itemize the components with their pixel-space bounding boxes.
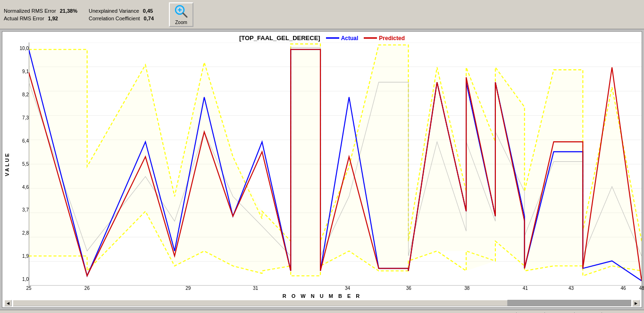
x-tick: 46 [620, 286, 626, 291]
x-tick: 26 [84, 286, 90, 291]
x-tick: 38 [464, 286, 469, 291]
predicted-color-bar [364, 37, 377, 39]
chart-svg [29, 42, 642, 286]
normalized-rms-row: Normalized RMS Error 21,38% [4, 8, 77, 14]
x-tick: 43 [569, 286, 574, 291]
y-tick: 6,4 [12, 139, 29, 144]
unexplained-label: Unexplained Variance [89, 8, 139, 14]
status-bar: Time Series Graph of Actual vs. Predicte… [0, 310, 644, 313]
unexplained-row: Unexplained Variance 0,45 [89, 8, 154, 14]
x-tick: 29 [185, 286, 191, 291]
x-tick: 41 [523, 286, 528, 291]
x-tick: 34 [345, 286, 350, 291]
x-tick: 48 [639, 286, 644, 291]
normalized-rms-label: Normalized RMS Error [4, 8, 56, 14]
legend-actual: Actual [326, 35, 359, 42]
y-axis-label: VALUE [2, 42, 12, 286]
y-tick: 2,8 [12, 231, 29, 236]
correlation-row: Correlation Coefficient 0,74 [89, 16, 154, 21]
zoom-button[interactable]: Zoom [169, 2, 193, 27]
correlation-label: Correlation Coefficient [89, 16, 140, 21]
main-container: Normalized RMS Error 21,38% Actual RMS E… [0, 0, 644, 313]
y-tick: 8,2 [12, 93, 29, 97]
x-axis-title: R O W N U M B E R [2, 293, 642, 300]
chart-title-row: [TOP_FAAL_GEL_DERECE] Actual Predicted [2, 32, 642, 42]
unexplained-value: 0,45 [143, 8, 153, 14]
y-tick: 10,0 [12, 46, 29, 51]
chart-inner: VALUE 10,09,18,27,36,45,54,63,72,81,91,0 [2, 42, 642, 286]
scroll-right-button[interactable]: ▶ [632, 300, 640, 306]
y-tick: 7,3 [12, 116, 29, 120]
y-tick: 5,5 [12, 162, 29, 167]
scroll-left-button[interactable]: ◀ [4, 300, 12, 306]
y-tick: 3,7 [12, 208, 29, 212]
legend-predicted-label: Predicted [379, 35, 405, 42]
legend-actual-label: Actual [341, 35, 359, 42]
zoom-icon [174, 4, 189, 19]
actual-rms-value: 1,92 [48, 16, 58, 21]
x-tick: 31 [253, 286, 258, 291]
y-tick: 4,6 [12, 185, 29, 190]
scrollbar-track[interactable] [13, 300, 631, 306]
legend-predicted: Predicted [364, 35, 405, 42]
chart-container: [TOP_FAAL_GEL_DERECE] Actual Predicted V… [0, 29, 644, 310]
actual-rms-row: Actual RMS Error 1,92 [4, 16, 77, 21]
stats-bar: Normalized RMS Error 21,38% Actual RMS E… [0, 0, 644, 29]
stats-group-variance: Unexplained Variance 0,45 Correlation Co… [89, 8, 154, 21]
y-tick: 9,1 [12, 69, 29, 74]
scrollbar-row: ◀ ▶ [2, 300, 642, 307]
chart-title: [TOP_FAAL_GEL_DERECE] [239, 34, 320, 42]
x-tick: 36 [406, 286, 411, 291]
zoom-label: Zoom [175, 20, 187, 25]
actual-rms-label: Actual RMS Error [4, 16, 44, 21]
scrollbar-thumb[interactable] [13, 300, 508, 306]
y-tick: 1,9 [12, 254, 29, 259]
y-tick: 1,0 [12, 277, 29, 282]
y-ticks: 10,09,18,27,36,45,54,63,72,81,91,0 [12, 42, 29, 286]
x-tick: 25 [26, 286, 31, 291]
svg-line-2 [183, 13, 187, 17]
normalized-rms-value: 21,38% [60, 8, 77, 14]
stats-group-rms: Normalized RMS Error 21,38% Actual RMS E… [4, 8, 77, 21]
chart-wrapper: [TOP_FAAL_GEL_DERECE] Actual Predicted V… [2, 31, 642, 308]
correlation-value: 0,74 [144, 16, 154, 21]
actual-color-bar [326, 37, 339, 39]
x-axis-ticks: 2526293134363841434648 [29, 286, 642, 293]
chart-svg-area [29, 42, 642, 286]
